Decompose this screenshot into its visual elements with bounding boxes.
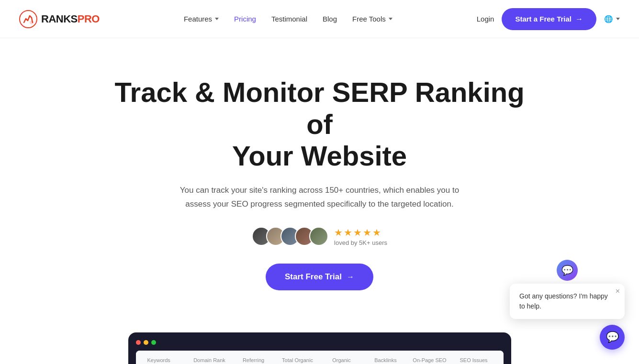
chevron-down-icon [389, 18, 392, 20]
chat-avatar-wrap: 💬 [557, 260, 578, 281]
close-dot [136, 340, 141, 345]
hero-subtitle: You can track your site's ranking across… [171, 184, 468, 211]
navbar: RANKSPRO Features Pricing Testimonial Bl… [0, 0, 639, 38]
nav-pricing[interactable]: Pricing [234, 15, 256, 23]
logo-link[interactable]: RANKSPRO [19, 10, 100, 28]
chat-close-button[interactable]: × [616, 287, 620, 295]
star-icon: ★ [344, 227, 352, 238]
nav-links: Features Pricing Testimonial Blog Free T… [184, 15, 392, 23]
login-button[interactable]: Login [477, 15, 494, 23]
cta-wrap: Start Free Trial → [114, 264, 526, 313]
arrow-right-icon: → [575, 15, 583, 23]
nav-blog[interactable]: Blog [323, 15, 337, 23]
chat-avatar-emoji: 💬 [561, 265, 573, 276]
start-free-trial-button[interactable]: Start Free Trial → [266, 264, 373, 290]
svg-point-1 [30, 21, 34, 24]
star-icon: ★ [353, 227, 362, 238]
chat-avatar: 💬 [557, 260, 578, 281]
language-selector[interactable]: 🌐 [604, 15, 620, 23]
chat-message-text: Got any questions? I'm happy to help. [519, 291, 615, 311]
col-referring: Referring Domains [232, 355, 276, 364]
chevron-down-icon [215, 18, 219, 20]
nav-right: Login Start a Free Trial → 🌐 [477, 8, 620, 30]
social-proof: ★ ★ ★ ★ ★ loved by 5K+ users [114, 227, 526, 246]
start-trial-nav-button[interactable]: Start a Free Trial → [502, 8, 596, 30]
chat-bubble-container: 💬 × Got any questions? I'm happy to help… [510, 269, 625, 319]
hero-title: Track & Monitor SERP Ranking of Your Web… [114, 77, 526, 172]
rating-wrap: ★ ★ ★ ★ ★ loved by 5K+ users [334, 227, 387, 246]
table-header: Keywords Domain Rank Referring Domains T… [136, 351, 504, 364]
avatar [309, 227, 328, 246]
nav-testimonial[interactable]: Testimonial [271, 15, 307, 23]
globe-icon: 🌐 [604, 15, 613, 23]
expand-dot [151, 340, 156, 345]
nav-free-tools[interactable]: Free Tools [352, 15, 392, 23]
window-controls [136, 340, 504, 345]
chevron-down-icon [616, 18, 620, 20]
col-organic-kw: Total Organic Keywords [276, 355, 320, 364]
col-traffic: Organic Monthly Traffic [320, 355, 364, 364]
product-preview: Keywords Domain Rank Referring Domains T… [119, 332, 521, 364]
rankspro-logo-icon [19, 10, 37, 28]
preview-container: Keywords Domain Rank Referring Domains T… [128, 332, 511, 364]
col-keywords: Keywords [144, 355, 188, 364]
chat-widget: 💬 × Got any questions? I'm happy to help… [510, 269, 625, 350]
chat-icon: 💬 [606, 331, 619, 343]
col-onpage: On-Page SEO Score [408, 355, 452, 364]
star-icon: ★ [334, 227, 343, 238]
hero-section: Track & Monitor SERP Ranking of Your Web… [104, 38, 535, 332]
star-rating: ★ ★ ★ ★ ★ [334, 227, 381, 238]
star-icon: ★ [372, 227, 381, 238]
logo-text: RANKSPRO [41, 13, 100, 25]
arrow-right-icon: → [347, 273, 354, 281]
col-domain-rank: Domain Rank [188, 355, 232, 364]
avatar-group [252, 227, 328, 246]
chat-bubble: × Got any questions? I'm happy to help. [510, 284, 625, 319]
preview-screen: Keywords Domain Rank Referring Domains T… [136, 351, 504, 364]
nav-features[interactable]: Features [184, 15, 219, 23]
col-backlinks: Backlinks [364, 355, 408, 364]
loved-by-text: loved by 5K+ users [334, 239, 387, 246]
minimize-dot [144, 340, 148, 345]
col-issues: SEO Issues Discovered [452, 355, 496, 364]
star-icon: ★ [363, 227, 371, 238]
chat-trigger-button[interactable]: 💬 [600, 325, 625, 350]
